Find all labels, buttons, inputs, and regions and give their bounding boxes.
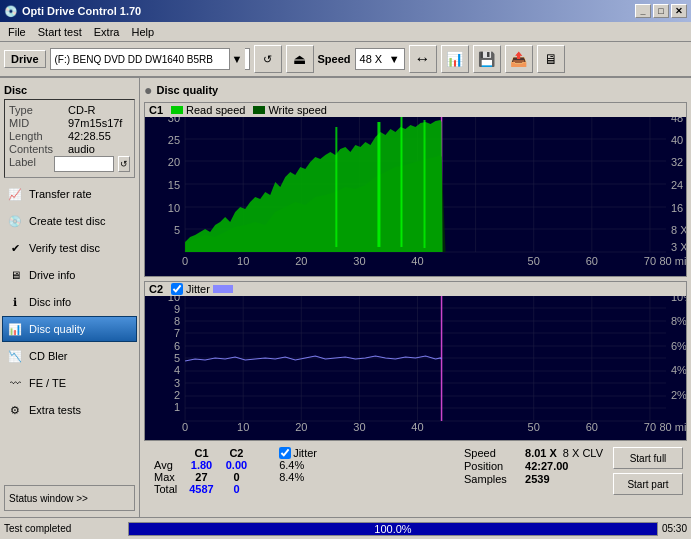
svg-text:32 X: 32 X [671, 156, 686, 168]
length-key: Length [9, 130, 64, 142]
drive-selector[interactable]: (F:) BENQ DVD DD DW1640 B5RB ▼ [50, 48, 250, 70]
speed-selector[interactable]: 48 X ▼ [355, 48, 405, 70]
contents-val: audio [68, 143, 95, 155]
fe-te-icon: 〰 [7, 375, 23, 391]
sidebar-item-disc-quality-label: Disc quality [29, 323, 85, 335]
total-c1: 4587 [183, 483, 219, 495]
toolbar-btn-2[interactable]: 📊 [441, 45, 469, 73]
position-val: 42:27.00 [525, 460, 568, 472]
svg-text:20: 20 [168, 156, 180, 168]
sidebar-item-drive-info[interactable]: 🖥 Drive info [2, 262, 137, 288]
read-speed-label: Read speed [186, 104, 245, 116]
sidebar-item-create-test-disc-label: Create test disc [29, 215, 105, 227]
speed-label: Speed [318, 53, 351, 65]
toolbar-btn-5[interactable]: 🖥 [537, 45, 565, 73]
svg-text:10%: 10% [671, 296, 686, 303]
samples-val: 2539 [525, 473, 549, 485]
start-part-button[interactable]: Start part [613, 473, 683, 495]
sidebar-item-verify-test-disc[interactable]: ✔ Verify test disc [2, 235, 137, 261]
title-bar: 💿 Opti Drive Control 1.70 _ □ ✕ [0, 0, 691, 22]
eject-button[interactable]: ⏏ [286, 45, 314, 73]
menu-extra[interactable]: Extra [88, 24, 126, 40]
chart1-container: C1 Read speed Write speed [144, 102, 687, 277]
drive-dropdown-arrow[interactable]: ▼ [229, 48, 245, 70]
svg-text:50: 50 [528, 255, 540, 267]
type-key: Type [9, 104, 64, 116]
svg-text:0: 0 [182, 421, 188, 433]
maximize-button[interactable]: □ [653, 4, 669, 18]
start-full-button[interactable]: Start full [613, 447, 683, 469]
svg-text:80 min: 80 min [659, 421, 686, 433]
status-time: 05:30 [662, 523, 687, 534]
svg-text:2%: 2% [671, 389, 686, 401]
svg-text:10: 10 [168, 202, 180, 214]
sidebar-item-disc-info[interactable]: ℹ Disc info [2, 289, 137, 315]
cd-bler-icon: 📉 [7, 348, 23, 364]
write-speed-color [253, 106, 265, 114]
menu-help[interactable]: Help [125, 24, 160, 40]
jitter-stats-checkbox[interactable] [279, 447, 291, 459]
svg-text:4%: 4% [671, 364, 686, 376]
total-c2: 0 [220, 483, 253, 495]
toolbar-btn-4[interactable]: 📤 [505, 45, 533, 73]
speed-dropdown-arrow[interactable]: ▼ [389, 53, 400, 65]
svg-text:70: 70 [644, 255, 656, 267]
svg-text:60: 60 [586, 421, 598, 433]
svg-text:48 X: 48 X [671, 117, 686, 124]
svg-text:8%: 8% [671, 315, 686, 327]
svg-text:8 X: 8 X [671, 224, 686, 236]
svg-text:0: 0 [182, 255, 188, 267]
sidebar-item-extra-tests[interactable]: ⚙ Extra tests [2, 397, 137, 423]
status-text: Test completed [4, 523, 124, 534]
main-area: Disc Type CD-R MID 97m15s17f Length 42:2… [0, 78, 691, 517]
sidebar-item-cd-bler-label: CD Bler [29, 350, 68, 362]
toolbar-btn-3[interactable]: 💾 [473, 45, 501, 73]
toolbar-btn-1[interactable]: ↔ [409, 45, 437, 73]
svg-text:10: 10 [237, 421, 249, 433]
stats-area: C1 C2 Jitter Avg 1.80 0.00 6.4% [144, 445, 687, 497]
menu-file[interactable]: File [2, 24, 32, 40]
sidebar-item-fe-te[interactable]: 〰 FE / TE [2, 370, 137, 396]
svg-text:16 X: 16 X [671, 202, 686, 214]
svg-text:10: 10 [168, 296, 180, 303]
sidebar-item-cd-bler[interactable]: 📉 CD Bler [2, 343, 137, 369]
chart2-container: C2 Jitter [144, 281, 687, 441]
chart1-area: 30 25 20 15 10 5 0 10 20 30 40 50 60 70 … [145, 117, 686, 272]
sidebar-item-drive-info-label: Drive info [29, 269, 75, 281]
label-refresh-button[interactable]: ↺ [118, 156, 130, 172]
sidebar-item-transfer-rate[interactable]: 📈 Transfer rate [2, 181, 137, 207]
speed-info: Speed 8.01 X 8 X CLV Position 42:27.00 S… [464, 447, 603, 485]
disc-section-header: Disc [2, 82, 137, 96]
chart1-title: C1 Read speed Write speed [145, 103, 686, 117]
svg-text:25: 25 [168, 134, 180, 146]
sidebar-item-create-test-disc[interactable]: 💿 Create test disc [2, 208, 137, 234]
jitter-color [213, 285, 233, 293]
svg-rect-21 [400, 117, 402, 247]
toolbar: Drive (F:) BENQ DVD DD DW1640 B5RB ▼ ↺ ⏏… [0, 42, 691, 78]
content-title-text: Disc quality [156, 84, 218, 96]
jitter-checkbox[interactable] [171, 283, 183, 295]
svg-text:2: 2 [174, 389, 180, 401]
content-area: ● Disc quality C1 Read speed Write speed [140, 78, 691, 517]
chart2-label: C2 [149, 283, 163, 295]
minimize-button[interactable]: _ [635, 4, 651, 18]
content-title-icon: ● [144, 82, 152, 98]
drive-value: (F:) BENQ DVD DD DW1640 B5RB [55, 54, 213, 65]
menu-start-test[interactable]: Start test [32, 24, 88, 40]
svg-text:30: 30 [353, 255, 365, 267]
jitter-label: Jitter [186, 283, 210, 295]
svg-text:3 X: 3 X [671, 241, 686, 253]
drive-refresh-button[interactable]: ↺ [254, 45, 282, 73]
sidebar-item-disc-quality[interactable]: 📊 Disc quality [2, 316, 137, 342]
svg-text:20: 20 [295, 255, 307, 267]
label-input[interactable] [54, 156, 114, 172]
disc-quality-icon: 📊 [7, 321, 23, 337]
title-bar-controls: _ □ ✕ [635, 4, 687, 18]
svg-text:15: 15 [168, 179, 180, 191]
app-icon: 💿 [4, 5, 18, 18]
label-key: Label [9, 156, 50, 172]
status-window-button[interactable]: Status window >> [4, 485, 135, 511]
max-c2: 0 [220, 471, 253, 483]
close-button[interactable]: ✕ [671, 4, 687, 18]
verify-test-disc-icon: ✔ [7, 240, 23, 256]
